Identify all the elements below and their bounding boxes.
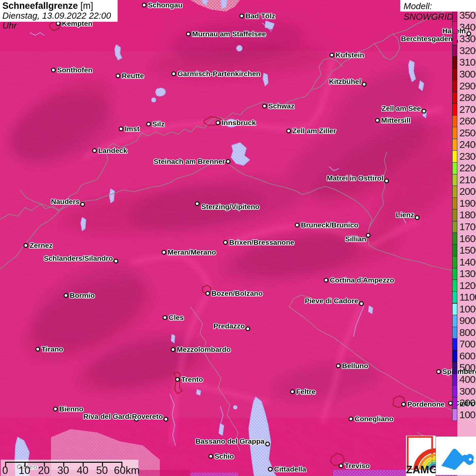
city-marker	[324, 278, 328, 283]
city-label: Tirano	[41, 345, 63, 353]
city-marker	[164, 417, 168, 422]
city-label: Sillian	[345, 235, 366, 243]
title-unit: [m]	[81, 1, 94, 11]
city-marker	[384, 178, 389, 183]
city-label: Riva del Garda	[83, 412, 133, 421]
city-label: Schwaz	[268, 102, 294, 110]
city-marker	[175, 377, 180, 382]
city-marker	[448, 401, 453, 406]
city-marker	[336, 363, 341, 368]
city-label: Garmisch-Partenkirchen	[177, 70, 260, 78]
city-label: Nauders	[51, 198, 80, 206]
zamg-logo: ZAMG	[406, 436, 436, 476]
city-marker	[195, 201, 200, 206]
city-label: Feltre	[296, 388, 316, 396]
city-label: Kufstein	[336, 51, 364, 59]
city-label: Silz	[152, 120, 165, 128]
city-marker	[186, 32, 191, 36]
city-marker	[268, 467, 273, 472]
city-marker	[142, 3, 147, 7]
city-label: Brixen/Bressanone	[229, 238, 294, 247]
city-label: Zell am See	[381, 104, 421, 113]
city-marker	[51, 68, 56, 72]
city-label: Bassano del Grappa	[196, 437, 265, 445]
city-marker	[80, 202, 85, 207]
city-label: Conegliano	[355, 415, 393, 423]
city-marker	[171, 347, 175, 352]
city-marker	[415, 215, 420, 220]
city-label: Rovereto	[132, 412, 163, 421]
city-marker	[401, 402, 406, 407]
city-label: Treviso	[345, 462, 370, 470]
city-label: Schongau	[148, 1, 183, 9]
city-marker	[245, 326, 250, 331]
city-label: Predazzo	[214, 322, 245, 330]
weather-map: SchongauBad TölzKemptenMurnau am Staffel…	[0, 0, 476, 476]
cities-layer: SchongauBad TölzKemptenMurnau am Staffel…	[0, 0, 476, 476]
city-marker	[348, 417, 353, 421]
map-timestamp: Dienstag, 13.09.2022 22:00 Uhr	[2, 11, 118, 31]
city-marker	[290, 389, 295, 394]
city-label: Meran/Merano	[168, 248, 216, 256]
city-label: Pordenone	[407, 400, 445, 408]
city-label: Trento	[181, 375, 203, 384]
city-marker	[359, 301, 364, 306]
city-marker	[329, 53, 334, 57]
city-label: Schio	[215, 452, 234, 460]
city-marker	[436, 369, 441, 374]
city-marker	[116, 73, 120, 78]
city-label: Berchtesgaden	[401, 35, 453, 43]
city-marker	[366, 233, 371, 238]
model-label: Modell: SNOWGRID	[400, 0, 476, 12]
city-label: Mezzolombardo	[177, 345, 231, 354]
city-marker	[64, 293, 68, 298]
city-label: Hallein	[442, 27, 466, 35]
city-marker	[162, 250, 166, 255]
city-marker	[239, 14, 244, 18]
distance-scalebar: 0102030405060km	[1, 460, 138, 476]
city-marker	[114, 259, 118, 264]
city-marker	[262, 104, 267, 108]
city-label: Matrei in Osttirol	[327, 174, 384, 182]
city-label: Codroipo	[454, 399, 476, 407]
city-label: Murnau am Staffelsee	[192, 30, 266, 38]
city-label: Sterzing/Vipiteno	[201, 203, 259, 211]
zamg-logo-text: ZAMG	[406, 464, 436, 476]
city-label: Lienz	[396, 211, 414, 219]
city-label: Bormio	[70, 291, 95, 300]
city-label: Belluno	[342, 362, 368, 370]
mountain-cloud-icon	[436, 437, 476, 475]
city-marker	[422, 109, 426, 114]
city-marker	[375, 118, 380, 123]
city-marker	[163, 315, 167, 320]
city-label: Sonthofen	[57, 66, 92, 74]
city-label: Bruneck/Brunico	[301, 221, 358, 229]
city-label: Zernez	[30, 241, 53, 250]
city-label: Cles	[169, 313, 184, 322]
map-title: Schneefallgrenze [m]	[2, 1, 118, 11]
city-marker	[265, 442, 270, 446]
city-marker	[146, 122, 151, 126]
city-marker	[53, 407, 58, 411]
title-box: Schneefallgrenze [m] Dienstag, 13.09.202…	[0, 0, 118, 22]
city-label: Cittadella	[274, 465, 306, 473]
city-label: Bozen/Bolzano	[211, 289, 263, 298]
city-label: Steinach am Brenner	[154, 157, 225, 166]
title-text: Schneefallgrenze	[2, 1, 78, 11]
city-label: Imst	[125, 125, 139, 133]
city-marker	[286, 129, 291, 133]
city-label: Innsbruck	[222, 119, 256, 127]
city-marker	[362, 82, 367, 87]
city-marker	[171, 71, 176, 76]
city-label: Bienno	[59, 405, 83, 413]
city-marker	[216, 120, 220, 125]
city-marker	[226, 159, 231, 164]
city-label: Spilimbergo	[442, 368, 476, 376]
scalebar-label: 60km	[112, 464, 142, 476]
city-marker	[205, 291, 210, 296]
city-label: Cortina d'Ampezzo	[330, 276, 394, 284]
city-marker	[92, 148, 97, 153]
city-marker	[208, 454, 213, 459]
city-marker	[453, 39, 458, 44]
city-label: Pieve di Cadore	[305, 297, 358, 305]
